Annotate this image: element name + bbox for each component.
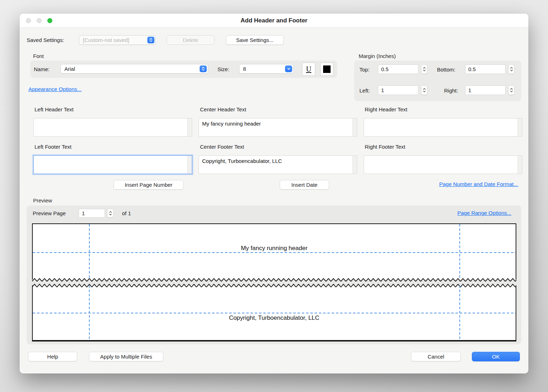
margin-right-stepper[interactable] <box>508 85 515 95</box>
preview-header-text: My fancy running header <box>33 245 516 252</box>
titlebar: Add Header and Footer <box>20 14 528 28</box>
center-header-text: My fancy running header <box>202 120 351 127</box>
scrollbar-gutter[interactable] <box>517 156 522 174</box>
margin-left-input[interactable] <box>378 85 418 95</box>
center-footer-textarea[interactable]: Copyright, Turboencabulator, LLC <box>199 155 357 174</box>
footer-baseline-guide <box>33 313 516 313</box>
right-footer-textarea[interactable] <box>364 155 522 174</box>
preview-footer-text: Copyright, Turboencabulator, LLC <box>33 314 516 322</box>
save-settings-button[interactable]: Save Settings... <box>226 35 284 45</box>
margin-bottom-stepper[interactable] <box>508 64 515 74</box>
left-footer-textarea[interactable] <box>33 155 192 174</box>
preview-section-label: Preview <box>33 197 52 203</box>
font-section-label: Font <box>33 53 44 59</box>
margin-section-label: Margin (Inches) <box>359 53 396 59</box>
scrollbar-gutter[interactable] <box>187 118 192 136</box>
font-name-label: Name: <box>34 66 49 72</box>
insert-date-button[interactable]: Insert Date <box>280 180 329 190</box>
margin-right-label: Right: <box>444 88 458 94</box>
preview-page-count-label: of 1 <box>122 210 131 216</box>
right-header-label: Right Header Text <box>365 106 407 112</box>
center-header-textarea[interactable]: My fancy running header <box>199 118 357 137</box>
margin-bottom-label: Bottom: <box>437 67 455 73</box>
saved-settings-select[interactable]: [Custom-not saved] <box>79 35 156 45</box>
right-footer-label: Right Footer Text <box>365 144 405 150</box>
font-size-combo[interactable]: 8 <box>239 64 294 74</box>
dialog-title: Add Header and Footer <box>20 17 528 24</box>
scrollbar-gutter[interactable] <box>187 156 192 174</box>
delete-settings-button[interactable]: Delete <box>167 35 215 45</box>
preview-page-top-fragment: My fancy running header <box>32 223 516 280</box>
popup-chevrons-icon <box>147 37 154 43</box>
insert-page-number-button[interactable]: Insert Page Number <box>114 180 184 190</box>
margin-right-input[interactable] <box>465 85 506 95</box>
page-range-options-link[interactable]: Page Range Options... <box>457 210 511 216</box>
dialog-window: Add Header and Footer Saved Settings: [C… <box>20 14 528 374</box>
preview-page-bottom-fragment: Copyright, Turboencabulator, LLC <box>32 285 516 341</box>
scrollbar-gutter[interactable] <box>352 118 357 136</box>
cancel-button[interactable]: Cancel <box>411 352 461 361</box>
left-margin-guide <box>89 224 90 280</box>
right-margin-guide <box>459 224 460 280</box>
preview-page-input[interactable] <box>79 209 105 218</box>
left-footer-label: Left Footer Text <box>35 144 72 150</box>
margin-bottom-input[interactable] <box>465 64 506 74</box>
scrollbar-gutter[interactable] <box>352 156 357 174</box>
apply-to-multiple-files-button[interactable]: Apply to Multiple Files <box>89 352 163 361</box>
font-name-select[interactable]: Arial <box>60 64 208 74</box>
preview-panel: Preview Page of 1 Page Range Options... … <box>27 206 521 344</box>
torn-edge-zigzag <box>32 278 516 282</box>
ok-button[interactable]: OK <box>472 352 520 361</box>
margin-top-stepper[interactable] <box>421 64 427 74</box>
left-header-label: Left Header Text <box>35 106 74 112</box>
popup-chevrons-icon <box>200 65 207 72</box>
font-name-value: Arial <box>64 66 75 72</box>
color-swatch <box>323 65 331 73</box>
page-number-date-format-link[interactable]: Page Number and Date Format... <box>439 181 518 187</box>
saved-settings-value: [Custom-not saved] <box>83 37 129 43</box>
margin-left-label: Left: <box>359 88 370 94</box>
font-size-value: 8 <box>243 66 246 72</box>
underline-glyph: U <box>306 65 311 74</box>
margin-top-input[interactable] <box>378 64 418 74</box>
left-header-textarea[interactable] <box>33 118 192 137</box>
center-header-label: Center Header Text <box>200 106 246 112</box>
help-button[interactable]: Help <box>28 352 77 361</box>
header-baseline-guide <box>33 252 516 253</box>
scrollbar-gutter[interactable] <box>517 118 522 136</box>
margin-top-label: Top: <box>359 67 369 73</box>
underline-button[interactable]: U <box>302 63 315 76</box>
torn-edge-zigzag <box>32 284 516 288</box>
preview-page-label: Preview Page <box>33 210 66 216</box>
center-footer-label: Center Footer Text <box>200 144 244 150</box>
appearance-options-link[interactable]: Appearance Options... <box>28 86 81 92</box>
font-color-swatch-button[interactable] <box>320 63 333 76</box>
font-size-label: Size: <box>217 66 229 72</box>
preview-page-stepper[interactable] <box>107 209 114 218</box>
center-footer-text: Copyright, Turboencabulator, LLC <box>202 158 351 164</box>
combo-chevron-down-icon <box>285 65 292 72</box>
saved-settings-label: Saved Settings: <box>27 37 64 43</box>
margin-left-stepper[interactable] <box>421 85 427 95</box>
right-header-textarea[interactable] <box>364 118 522 137</box>
